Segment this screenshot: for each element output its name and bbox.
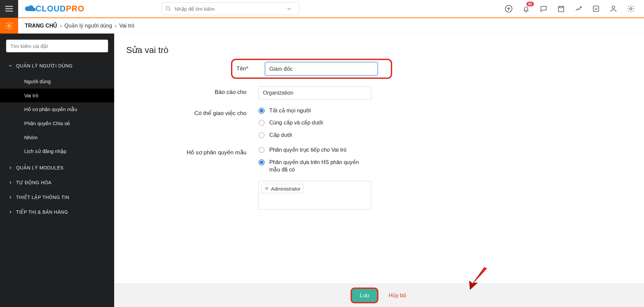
radio-label: Cùng cấp và cấp dưới <box>269 119 323 126</box>
hamburger-menu[interactable] <box>0 0 18 18</box>
breadcrumb-row: TRANG CHỦ › Quản lý người dùng › Vai trò <box>0 18 644 34</box>
chevron-down-icon[interactable] <box>286 6 292 12</box>
radio-icon <box>259 159 265 165</box>
profile-option-existing[interactable]: Phân quyền dựa trên HS phân quyền mẫu đã… <box>259 159 371 174</box>
sidebar-section-label: TIẾP THỊ & BÁN HÀNG <box>16 209 68 215</box>
assign-option-below[interactable]: Cấp dưới <box>259 132 371 139</box>
sidebar-section-info: THIẾT LẬP THÔNG TIN <box>0 190 114 205</box>
highlight-name: Tên* <box>231 59 392 79</box>
radio-icon <box>259 108 265 114</box>
chevron-right-icon <box>8 210 13 214</box>
profile-tagbox[interactable]: ✕ Administrator <box>259 181 371 210</box>
sidebar-section-label: QUẢN LÝ NGƯỜI DÙNG <box>16 63 73 68</box>
global-search[interactable] <box>162 2 299 15</box>
svg-rect-2 <box>558 6 564 12</box>
radio-label: Tất cả mọi người <box>269 107 311 114</box>
profile-option-direct[interactable]: Phân quyền trực tiếp cho Vai trò <box>259 146 371 154</box>
chart-icon <box>574 5 583 13</box>
breadcrumb-home[interactable]: TRANG CHỦ <box>25 22 57 29</box>
search-input[interactable] <box>175 6 283 12</box>
sidebar-section-automation: TỰ ĐỘNG HÓA <box>0 175 114 190</box>
save-button[interactable]: Lưu <box>352 289 377 302</box>
tag-label: Administrator <box>271 186 301 192</box>
row-name: Tên* <box>151 59 406 79</box>
sidebar-section-modules: QUẢN LÝ MODULES <box>0 160 114 175</box>
topbar-actions: 92 <box>504 4 639 13</box>
sidebar-section-header[interactable]: THIẾT LẬP THÔNG TIN <box>0 190 114 205</box>
chat-icon <box>540 5 548 13</box>
row-profile: Hồ sơ phân quyền mẫu Phân quyền trực tiế… <box>151 146 406 173</box>
topbar: CLOUDPRO 92 <box>0 0 644 18</box>
plus-circle-icon <box>505 5 513 13</box>
breadcrumb-sep: › <box>60 23 61 29</box>
radio-label: Cấp dưới <box>269 132 292 139</box>
sidebar-section-header[interactable]: QUẢN LÝ MODULES <box>0 160 114 175</box>
assign-option-all[interactable]: Tất cả mọi người <box>259 107 371 114</box>
radio-label: Phân quyền trực tiếp cho Vai trò <box>269 146 347 154</box>
cancel-button[interactable]: Hủy bỏ <box>388 292 406 299</box>
gear-icon <box>5 21 13 30</box>
svg-rect-3 <box>593 6 599 11</box>
add-button[interactable] <box>504 4 513 13</box>
chevron-right-icon <box>8 165 13 170</box>
search-icon <box>165 6 171 12</box>
settings-sidebar: QUẢN LÝ NGƯỜI DÙNG Người dùng Vai trò Hồ… <box>0 34 114 307</box>
chat-button[interactable] <box>539 4 548 13</box>
sidebar-item-groups[interactable]: Nhóm <box>0 131 114 144</box>
chevron-down-icon <box>8 63 13 68</box>
assign-label: Có thể giao việc cho <box>151 107 259 117</box>
settings-button[interactable] <box>627 4 635 13</box>
logo[interactable]: CLOUDPRO <box>24 4 84 13</box>
sidebar-section-label: TỰ ĐỘNG HÓA <box>16 180 51 185</box>
breadcrumb: TRANG CHỦ › Quản lý người dùng › Vai trò <box>25 22 134 29</box>
sidebar-section-header[interactable]: TIẾP THỊ & BÁN HÀNG <box>0 205 114 219</box>
main: QUẢN LÝ NGƯỜI DÙNG Người dùng Vai trò Hồ… <box>0 34 644 307</box>
sidebar-item-sharing[interactable]: Phân quyền Chia sẻ <box>0 116 114 131</box>
form-footer: Lưu Hủy bỏ <box>114 284 644 307</box>
profile-button[interactable] <box>609 4 618 13</box>
assign-option-same-below[interactable]: Cùng cấp và cấp dưới <box>259 119 371 126</box>
sidebar-section-label: THIẾT LẬP THÔNG TIN <box>16 195 70 200</box>
sidebar-item-users[interactable]: Người dùng <box>0 74 114 89</box>
user-icon <box>609 5 617 13</box>
svg-point-4 <box>612 6 615 9</box>
report-to-input[interactable] <box>259 86 371 100</box>
sidebar-section-users: QUẢN LÝ NGƯỜI DÙNG Người dùng Vai trò Hồ… <box>0 58 114 160</box>
row-tags: ✕ Administrator <box>151 181 406 210</box>
cloud-icon <box>24 4 36 13</box>
logo-text-1: CLOUD <box>36 4 66 13</box>
settings-gear-button[interactable] <box>0 18 18 34</box>
breadcrumb-mid[interactable]: Quản lý người dùng <box>64 22 112 29</box>
svg-point-6 <box>8 24 10 27</box>
row-report: Báo cáo cho <box>151 86 406 100</box>
report-label: Báo cáo cho <box>151 86 259 96</box>
calendar-icon <box>557 5 565 13</box>
gear-icon <box>627 5 635 13</box>
sidebar-section-label: QUẢN LÝ MODULES <box>16 165 63 170</box>
sidebar-item-profiles[interactable]: Hồ sơ phân quyền mẫu <box>0 102 114 116</box>
row-assign: Có thể giao việc cho Tất cả mọi người Cù… <box>151 107 406 139</box>
content: Sửa vai trò Tên* Báo cáo cho <box>114 34 644 307</box>
sidebar-section-header[interactable]: QUẢN LÝ NGƯỜI DÙNG <box>0 58 114 73</box>
sidebar-item-roles[interactable]: Vai trò <box>0 89 114 102</box>
sidebar-search-input[interactable] <box>6 40 108 52</box>
radio-icon <box>259 147 265 153</box>
radio-icon <box>259 120 265 126</box>
sidebar-item-login-history[interactable]: Lịch sử đăng nhập <box>0 144 114 158</box>
calendar-button[interactable] <box>557 4 565 13</box>
radio-label: Phân quyền dựa trên HS phân quyền mẫu đã… <box>269 159 370 174</box>
breadcrumb-last[interactable]: Vai trò <box>119 23 134 29</box>
notifications-badge: 92 <box>526 2 534 6</box>
analytics-button[interactable] <box>574 4 583 13</box>
tag-remove-icon[interactable]: ✕ <box>265 186 269 192</box>
breadcrumb-sep: › <box>115 23 117 29</box>
role-form: Tên* Báo cáo cho Có thể giao việc cho <box>151 59 406 210</box>
role-name-input[interactable] <box>265 62 378 75</box>
sidebar-section-marketing: TIẾP THỊ & BÁN HÀNG <box>0 205 114 219</box>
tag-administrator: ✕ Administrator <box>262 184 304 193</box>
notifications-button[interactable]: 92 <box>522 4 531 13</box>
profile-label: Hồ sơ phân quyền mẫu <box>151 146 259 156</box>
sidebar-section-header[interactable]: TỰ ĐỘNG HÓA <box>0 175 114 190</box>
tasks-button[interactable] <box>592 4 600 13</box>
chevron-right-icon <box>8 195 13 200</box>
